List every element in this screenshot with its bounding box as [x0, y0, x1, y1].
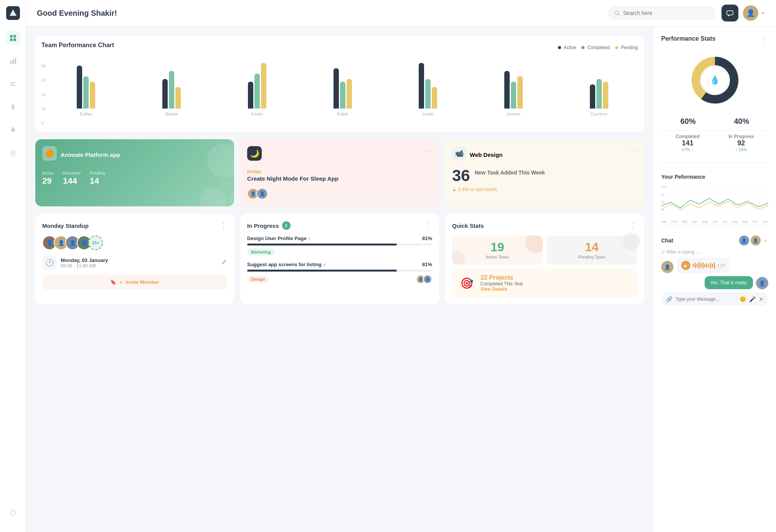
user-avatar-wrap[interactable]: 👤	[743, 5, 765, 21]
search-input[interactable]	[623, 10, 709, 16]
bar-pending	[517, 76, 523, 109]
in-progress-more[interactable]: ⋮	[424, 221, 432, 230]
progress-item-1-pct: 81%	[422, 236, 432, 241]
bar-label: Courtney	[590, 112, 608, 116]
bookmark-icon: 🔖	[110, 279, 116, 285]
emoji-icon[interactable]: 🙂	[740, 296, 746, 302]
svg-point-11	[12, 107, 14, 110]
quick-active-tasks: 19 Active Tasks	[452, 236, 543, 265]
bar-pending	[175, 87, 181, 109]
progress-item-1-header: Design User Profile Page ∨ 81%	[247, 236, 432, 241]
pending-dot	[615, 46, 618, 49]
standup-title: Monday Standup	[42, 222, 89, 229]
bar-completed	[596, 79, 602, 109]
chart-title: Team Performance Chart	[41, 42, 114, 49]
progress-item-2: Suggest app screens for listing ∨ 81% De…	[247, 262, 432, 284]
donut-center-icon: 💧	[710, 75, 720, 85]
perf-stats-more[interactable]: ⋮	[761, 34, 768, 43]
sidebar-item-list[interactable]	[6, 77, 20, 91]
standup-time-row: 🕐 Monday, 03 January 08:00 - 11:00 AM	[42, 255, 227, 270]
search-bar	[608, 7, 715, 20]
svg-rect-10	[10, 85, 15, 86]
bar-active	[77, 66, 82, 109]
chat-button[interactable]	[722, 5, 738, 21]
progress-item-1-footer: Marketing	[247, 249, 432, 255]
bar-active	[419, 63, 424, 109]
card-webdesign-more[interactable]: ...	[630, 146, 637, 153]
standup-date: Monday, 03 January	[61, 257, 108, 263]
bar-group-courtney: Courtney	[560, 55, 638, 116]
svg-rect-3	[10, 38, 13, 41]
standup-time: 08:00 - 11:00 AM	[61, 263, 108, 268]
sidebar-item-power[interactable]	[6, 505, 20, 520]
quick-stats-more[interactable]: ⋮	[629, 221, 637, 230]
your-perf-title: Your Peformance	[661, 174, 768, 180]
standup-av-more: 23+	[88, 236, 103, 250]
svg-rect-16	[727, 11, 733, 15]
sidebar-item-chart[interactable]	[6, 54, 20, 68]
sidebar-item-settings[interactable]	[6, 146, 20, 160]
bar-active	[162, 79, 168, 109]
bar-active	[334, 68, 339, 109]
card-sleep: 🌙 ... Design Create Night Mode For Sleep…	[240, 139, 439, 206]
sidebar-item-fire[interactable]	[6, 100, 20, 114]
svg-text:60: 60	[661, 201, 664, 204]
bar-label: Bessie	[165, 112, 178, 116]
perf-pct-40: 40%	[734, 117, 749, 126]
clock-icon: 🕐	[42, 255, 57, 270]
chat-dropdown-icon[interactable]	[763, 238, 768, 243]
bar-pending	[90, 82, 95, 109]
send-button[interactable]: ➤	[759, 295, 764, 303]
perf-stats-header: Performance Stats ⋮	[661, 34, 768, 43]
standup-header: Monday Standup ⋮	[42, 221, 227, 230]
header-right: 👤	[722, 5, 765, 21]
standup-more[interactable]: ⋮	[220, 221, 227, 230]
card-sleep-more[interactable]: ...	[425, 146, 432, 153]
progress-tag-2: Design	[247, 276, 269, 283]
standup-card: Monday Standup ⋮ 👤 👤 👤 👤 23+ 🕐 Monday, 0	[35, 214, 234, 305]
pending-tasks-label: Pending Tasks	[578, 255, 605, 259]
card-icon-animate: 🟠	[42, 146, 57, 161]
svg-text:100: 100	[661, 186, 666, 188]
active-tasks-num: 19	[490, 241, 504, 253]
svg-point-13	[12, 152, 14, 154]
chat-header-right: 👤 👤	[739, 236, 768, 245]
perf-stats-title: Performance Stats	[661, 35, 715, 42]
card-animate-title: Animate Platform app	[61, 152, 120, 158]
quick-projects: 🎯 22 Projects Completed This Year View D…	[452, 268, 637, 298]
projects-icon: 🎯	[457, 274, 476, 292]
header: Good Evening Shakir! 👤	[26, 0, 776, 26]
pending-tasks-num: 14	[585, 241, 599, 253]
chat-av-1: 👤	[739, 236, 749, 245]
chat-av-2: 👤	[751, 236, 761, 245]
play-button[interactable]: ▶	[681, 261, 690, 270]
projects-link[interactable]: View Details	[480, 287, 523, 292]
quick-stats-title: Quick Stats	[452, 222, 484, 229]
bar-completed	[425, 79, 431, 109]
sidebar-item-rocket[interactable]	[6, 123, 20, 137]
bar-completed	[254, 74, 260, 109]
perf-stat-inprogress: In Progress 92 ↑ 14%	[728, 134, 754, 152]
main-content: Team Performance Chart Active Completed	[26, 26, 653, 532]
right-panel: Performance Stats ⋮ 💧	[653, 26, 776, 532]
your-perf-section: Your Peformance 100 80	[661, 174, 768, 214]
progress-item-2-footer: Design 👤 👤	[247, 275, 432, 284]
chat-reply-avatar: 👤	[756, 277, 768, 289]
bar-completed	[340, 82, 345, 109]
svg-text:80: 80	[661, 193, 664, 196]
sidebar-item-grid[interactable]	[6, 31, 20, 45]
legend-completed: Completed	[581, 45, 609, 50]
chat-input[interactable]	[675, 296, 736, 302]
invite-member-button[interactable]: 🔖 + Invite Member	[42, 275, 227, 290]
in-progress-badge: 2	[282, 221, 291, 230]
projects-info: 22 Projects Completed This Year View Det…	[480, 274, 523, 292]
app-logo[interactable]	[6, 6, 20, 20]
typing-pen-icon	[661, 250, 665, 254]
mic-icon[interactable]: 🎤	[749, 296, 756, 302]
bar-label: Ralph	[337, 112, 348, 116]
svg-rect-6	[12, 59, 14, 64]
card-tag-design: Design	[247, 169, 432, 174]
edit-icon	[221, 259, 227, 265]
progress-item-2-header: Suggest app screens for listing ∨ 81%	[247, 262, 432, 267]
quick-stats-header: Quick Stats ⋮	[452, 221, 637, 230]
